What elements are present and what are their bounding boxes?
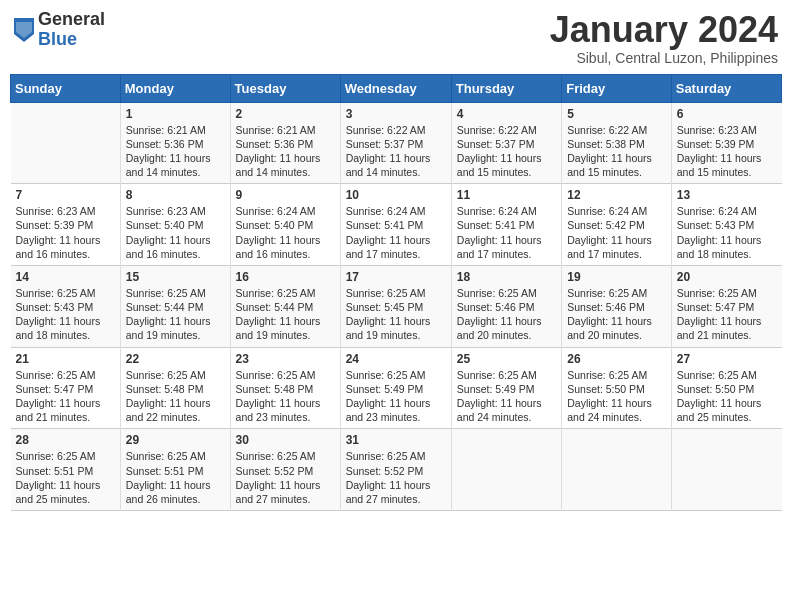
title-block: January 2024 Sibul, Central Luzon, Phili…	[550, 10, 778, 66]
day-number: 19	[567, 270, 666, 284]
calendar-cell: 27Sunrise: 6:25 AM Sunset: 5:50 PM Dayli…	[671, 347, 781, 429]
day-info: Sunrise: 6:25 AM Sunset: 5:44 PM Dayligh…	[126, 286, 225, 343]
logo: General Blue	[14, 10, 105, 50]
calendar-cell: 19Sunrise: 6:25 AM Sunset: 5:46 PM Dayli…	[562, 265, 672, 347]
header-friday: Friday	[562, 74, 672, 102]
logo-general-text: General	[38, 10, 105, 30]
day-number: 22	[126, 352, 225, 366]
header-saturday: Saturday	[671, 74, 781, 102]
calendar-cell: 22Sunrise: 6:25 AM Sunset: 5:48 PM Dayli…	[120, 347, 230, 429]
day-info: Sunrise: 6:25 AM Sunset: 5:52 PM Dayligh…	[236, 449, 335, 506]
day-number: 18	[457, 270, 556, 284]
day-number: 3	[346, 107, 446, 121]
day-info: Sunrise: 6:25 AM Sunset: 5:48 PM Dayligh…	[236, 368, 335, 425]
day-number: 16	[236, 270, 335, 284]
day-number: 17	[346, 270, 446, 284]
calendar-cell: 12Sunrise: 6:24 AM Sunset: 5:42 PM Dayli…	[562, 184, 672, 266]
day-info: Sunrise: 6:25 AM Sunset: 5:43 PM Dayligh…	[16, 286, 115, 343]
calendar-cell: 13Sunrise: 6:24 AM Sunset: 5:43 PM Dayli…	[671, 184, 781, 266]
calendar-cell: 30Sunrise: 6:25 AM Sunset: 5:52 PM Dayli…	[230, 429, 340, 511]
calendar-week-row: 28Sunrise: 6:25 AM Sunset: 5:51 PM Dayli…	[11, 429, 782, 511]
day-info: Sunrise: 6:25 AM Sunset: 5:48 PM Dayligh…	[126, 368, 225, 425]
day-number: 4	[457, 107, 556, 121]
day-info: Sunrise: 6:25 AM Sunset: 5:47 PM Dayligh…	[677, 286, 777, 343]
day-number: 15	[126, 270, 225, 284]
day-number: 26	[567, 352, 666, 366]
header-thursday: Thursday	[451, 74, 561, 102]
calendar-header-row: SundayMondayTuesdayWednesdayThursdayFrid…	[11, 74, 782, 102]
day-info: Sunrise: 6:25 AM Sunset: 5:51 PM Dayligh…	[16, 449, 115, 506]
day-number: 30	[236, 433, 335, 447]
day-info: Sunrise: 6:24 AM Sunset: 5:42 PM Dayligh…	[567, 204, 666, 261]
day-info: Sunrise: 6:23 AM Sunset: 5:39 PM Dayligh…	[677, 123, 777, 180]
day-info: Sunrise: 6:21 AM Sunset: 5:36 PM Dayligh…	[236, 123, 335, 180]
calendar-cell: 8Sunrise: 6:23 AM Sunset: 5:40 PM Daylig…	[120, 184, 230, 266]
calendar-cell: 18Sunrise: 6:25 AM Sunset: 5:46 PM Dayli…	[451, 265, 561, 347]
calendar-cell: 24Sunrise: 6:25 AM Sunset: 5:49 PM Dayli…	[340, 347, 451, 429]
header-tuesday: Tuesday	[230, 74, 340, 102]
day-info: Sunrise: 6:23 AM Sunset: 5:40 PM Dayligh…	[126, 204, 225, 261]
calendar-cell: 17Sunrise: 6:25 AM Sunset: 5:45 PM Dayli…	[340, 265, 451, 347]
day-number: 11	[457, 188, 556, 202]
day-info: Sunrise: 6:25 AM Sunset: 5:47 PM Dayligh…	[16, 368, 115, 425]
calendar-cell: 5Sunrise: 6:22 AM Sunset: 5:38 PM Daylig…	[562, 102, 672, 184]
calendar-cell: 2Sunrise: 6:21 AM Sunset: 5:36 PM Daylig…	[230, 102, 340, 184]
day-number: 2	[236, 107, 335, 121]
day-number: 9	[236, 188, 335, 202]
day-number: 23	[236, 352, 335, 366]
calendar-cell: 15Sunrise: 6:25 AM Sunset: 5:44 PM Dayli…	[120, 265, 230, 347]
day-number: 8	[126, 188, 225, 202]
day-number: 5	[567, 107, 666, 121]
calendar-cell	[562, 429, 672, 511]
day-info: Sunrise: 6:24 AM Sunset: 5:41 PM Dayligh…	[457, 204, 556, 261]
logo-text: General Blue	[38, 10, 105, 50]
day-info: Sunrise: 6:24 AM Sunset: 5:41 PM Dayligh…	[346, 204, 446, 261]
day-info: Sunrise: 6:25 AM Sunset: 5:46 PM Dayligh…	[457, 286, 556, 343]
day-number: 13	[677, 188, 777, 202]
calendar-cell	[11, 102, 121, 184]
day-number: 21	[16, 352, 115, 366]
header-sunday: Sunday	[11, 74, 121, 102]
calendar-cell: 1Sunrise: 6:21 AM Sunset: 5:36 PM Daylig…	[120, 102, 230, 184]
calendar-cell: 10Sunrise: 6:24 AM Sunset: 5:41 PM Dayli…	[340, 184, 451, 266]
logo-icon	[14, 18, 34, 42]
header-monday: Monday	[120, 74, 230, 102]
header-wednesday: Wednesday	[340, 74, 451, 102]
calendar-cell: 3Sunrise: 6:22 AM Sunset: 5:37 PM Daylig…	[340, 102, 451, 184]
day-number: 27	[677, 352, 777, 366]
calendar-cell: 28Sunrise: 6:25 AM Sunset: 5:51 PM Dayli…	[11, 429, 121, 511]
calendar-cell: 29Sunrise: 6:25 AM Sunset: 5:51 PM Dayli…	[120, 429, 230, 511]
day-info: Sunrise: 6:22 AM Sunset: 5:38 PM Dayligh…	[567, 123, 666, 180]
day-info: Sunrise: 6:25 AM Sunset: 5:51 PM Dayligh…	[126, 449, 225, 506]
day-info: Sunrise: 6:25 AM Sunset: 5:46 PM Dayligh…	[567, 286, 666, 343]
calendar-cell: 6Sunrise: 6:23 AM Sunset: 5:39 PM Daylig…	[671, 102, 781, 184]
day-info: Sunrise: 6:24 AM Sunset: 5:40 PM Dayligh…	[236, 204, 335, 261]
day-info: Sunrise: 6:25 AM Sunset: 5:44 PM Dayligh…	[236, 286, 335, 343]
day-number: 10	[346, 188, 446, 202]
day-info: Sunrise: 6:25 AM Sunset: 5:49 PM Dayligh…	[457, 368, 556, 425]
day-number: 24	[346, 352, 446, 366]
calendar-cell: 26Sunrise: 6:25 AM Sunset: 5:50 PM Dayli…	[562, 347, 672, 429]
day-info: Sunrise: 6:25 AM Sunset: 5:49 PM Dayligh…	[346, 368, 446, 425]
day-info: Sunrise: 6:23 AM Sunset: 5:39 PM Dayligh…	[16, 204, 115, 261]
day-info: Sunrise: 6:25 AM Sunset: 5:50 PM Dayligh…	[677, 368, 777, 425]
calendar-cell: 23Sunrise: 6:25 AM Sunset: 5:48 PM Dayli…	[230, 347, 340, 429]
calendar-cell: 16Sunrise: 6:25 AM Sunset: 5:44 PM Dayli…	[230, 265, 340, 347]
day-number: 31	[346, 433, 446, 447]
calendar-week-row: 21Sunrise: 6:25 AM Sunset: 5:47 PM Dayli…	[11, 347, 782, 429]
calendar-week-row: 7Sunrise: 6:23 AM Sunset: 5:39 PM Daylig…	[11, 184, 782, 266]
calendar-cell: 31Sunrise: 6:25 AM Sunset: 5:52 PM Dayli…	[340, 429, 451, 511]
calendar-cell: 20Sunrise: 6:25 AM Sunset: 5:47 PM Dayli…	[671, 265, 781, 347]
day-number: 12	[567, 188, 666, 202]
calendar-cell: 4Sunrise: 6:22 AM Sunset: 5:37 PM Daylig…	[451, 102, 561, 184]
day-info: Sunrise: 6:25 AM Sunset: 5:45 PM Dayligh…	[346, 286, 446, 343]
logo-blue-text: Blue	[38, 30, 105, 50]
day-number: 25	[457, 352, 556, 366]
calendar-cell: 7Sunrise: 6:23 AM Sunset: 5:39 PM Daylig…	[11, 184, 121, 266]
calendar-week-row: 1Sunrise: 6:21 AM Sunset: 5:36 PM Daylig…	[11, 102, 782, 184]
calendar-table: SundayMondayTuesdayWednesdayThursdayFrid…	[10, 74, 782, 511]
calendar-week-row: 14Sunrise: 6:25 AM Sunset: 5:43 PM Dayli…	[11, 265, 782, 347]
calendar-cell	[671, 429, 781, 511]
day-number: 20	[677, 270, 777, 284]
day-number: 6	[677, 107, 777, 121]
